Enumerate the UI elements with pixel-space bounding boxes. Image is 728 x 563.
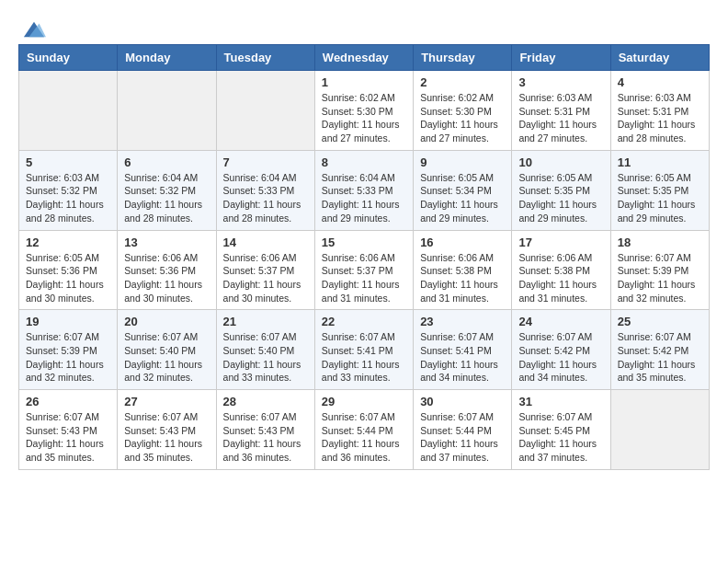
day-info: Sunrise: 6:07 AMSunset: 5:39 PMDaylight:…	[618, 251, 702, 305]
calendar-cell	[610, 390, 709, 470]
weekday-header-thursday: Thursday	[414, 45, 512, 71]
day-number: 2	[420, 75, 505, 89]
day-number: 19	[26, 315, 110, 328]
day-number: 13	[124, 236, 209, 249]
day-number: 10	[518, 155, 603, 169]
day-info: Sunrise: 6:06 AMSunset: 5:37 PMDaylight:…	[322, 251, 406, 305]
day-info: Sunrise: 6:07 AMSunset: 5:45 PMDaylight:…	[518, 410, 603, 465]
day-info: Sunrise: 6:07 AMSunset: 5:39 PMDaylight:…	[26, 330, 110, 385]
calendar-cell: 5Sunrise: 6:03 AMSunset: 5:32 PMDaylight…	[19, 150, 118, 230]
day-info: Sunrise: 6:02 AMSunset: 5:30 PMDaylight:…	[322, 91, 406, 145]
calendar-cell: 28Sunrise: 6:07 AMSunset: 5:43 PMDayligh…	[216, 390, 314, 470]
day-number: 5	[26, 155, 110, 169]
day-number: 20	[124, 315, 209, 328]
calendar-cell: 29Sunrise: 6:07 AMSunset: 5:44 PMDayligh…	[314, 390, 413, 470]
day-number: 26	[26, 395, 110, 408]
day-info: Sunrise: 6:05 AMSunset: 5:35 PMDaylight:…	[618, 171, 702, 225]
calendar-cell: 3Sunrise: 6:03 AMSunset: 5:31 PMDaylight…	[512, 71, 610, 151]
day-number: 3	[518, 75, 603, 89]
calendar-cell	[19, 71, 118, 151]
weekday-header-wednesday: Wednesday	[314, 45, 413, 71]
day-info: Sunrise: 6:07 AMSunset: 5:41 PMDaylight:…	[420, 330, 505, 385]
calendar-cell: 18Sunrise: 6:07 AMSunset: 5:39 PMDayligh…	[610, 230, 709, 310]
calendar-week-row: 5Sunrise: 6:03 AMSunset: 5:32 PMDaylight…	[19, 150, 710, 230]
day-info: Sunrise: 6:05 AMSunset: 5:35 PMDaylight:…	[518, 171, 603, 225]
page-header	[18, 18, 710, 33]
calendar-cell: 14Sunrise: 6:06 AMSunset: 5:37 PMDayligh…	[216, 230, 314, 310]
day-number: 1	[322, 75, 406, 89]
calendar-cell: 6Sunrise: 6:04 AMSunset: 5:32 PMDaylight…	[118, 150, 216, 230]
calendar-cell: 21Sunrise: 6:07 AMSunset: 5:40 PMDayligh…	[216, 310, 314, 390]
calendar-cell: 2Sunrise: 6:02 AMSunset: 5:30 PMDaylight…	[414, 71, 512, 151]
calendar-cell: 24Sunrise: 6:07 AMSunset: 5:42 PMDayligh…	[512, 310, 610, 390]
day-number: 31	[518, 395, 603, 408]
day-number: 15	[322, 236, 406, 249]
calendar-cell: 15Sunrise: 6:06 AMSunset: 5:37 PMDayligh…	[314, 230, 413, 310]
day-number: 17	[518, 236, 603, 249]
day-info: Sunrise: 6:07 AMSunset: 5:43 PMDaylight:…	[223, 410, 308, 465]
calendar-cell: 7Sunrise: 6:04 AMSunset: 5:33 PMDaylight…	[216, 150, 314, 230]
calendar-cell: 4Sunrise: 6:03 AMSunset: 5:31 PMDaylight…	[610, 71, 709, 151]
calendar-week-row: 19Sunrise: 6:07 AMSunset: 5:39 PMDayligh…	[19, 310, 710, 390]
weekday-header-friday: Friday	[512, 45, 610, 71]
logo	[18, 18, 48, 33]
day-info: Sunrise: 6:07 AMSunset: 5:43 PMDaylight:…	[124, 410, 209, 465]
day-info: Sunrise: 6:04 AMSunset: 5:33 PMDaylight:…	[223, 171, 308, 225]
day-number: 14	[223, 236, 308, 249]
calendar-cell: 22Sunrise: 6:07 AMSunset: 5:41 PMDayligh…	[314, 310, 413, 390]
calendar-cell: 16Sunrise: 6:06 AMSunset: 5:38 PMDayligh…	[414, 230, 512, 310]
calendar-cell: 13Sunrise: 6:06 AMSunset: 5:36 PMDayligh…	[118, 230, 216, 310]
calendar-cell: 26Sunrise: 6:07 AMSunset: 5:43 PMDayligh…	[19, 390, 118, 470]
calendar-cell: 31Sunrise: 6:07 AMSunset: 5:45 PMDayligh…	[512, 390, 610, 470]
day-info: Sunrise: 6:04 AMSunset: 5:32 PMDaylight:…	[124, 171, 209, 225]
weekday-header-saturday: Saturday	[610, 45, 709, 71]
calendar-cell	[216, 71, 314, 151]
day-info: Sunrise: 6:07 AMSunset: 5:42 PMDaylight:…	[518, 330, 603, 385]
day-info: Sunrise: 6:03 AMSunset: 5:31 PMDaylight:…	[618, 91, 702, 145]
calendar-table: SundayMondayTuesdayWednesdayThursdayFrid…	[18, 44, 710, 470]
day-number: 18	[618, 236, 702, 249]
calendar-cell: 23Sunrise: 6:07 AMSunset: 5:41 PMDayligh…	[414, 310, 512, 390]
weekday-header-tuesday: Tuesday	[216, 45, 314, 71]
day-number: 7	[223, 155, 308, 169]
calendar-cell: 11Sunrise: 6:05 AMSunset: 5:35 PMDayligh…	[610, 150, 709, 230]
calendar-week-row: 1Sunrise: 6:02 AMSunset: 5:30 PMDaylight…	[19, 71, 710, 151]
day-number: 28	[223, 395, 308, 408]
day-number: 4	[618, 75, 702, 89]
day-info: Sunrise: 6:04 AMSunset: 5:33 PMDaylight:…	[322, 171, 406, 225]
weekday-header-row: SundayMondayTuesdayWednesdayThursdayFrid…	[19, 45, 710, 71]
logo-icon	[20, 18, 48, 40]
calendar-cell: 17Sunrise: 6:06 AMSunset: 5:38 PMDayligh…	[512, 230, 610, 310]
day-info: Sunrise: 6:06 AMSunset: 5:37 PMDaylight:…	[223, 251, 308, 305]
calendar-cell	[118, 71, 216, 151]
calendar-cell: 27Sunrise: 6:07 AMSunset: 5:43 PMDayligh…	[118, 390, 216, 470]
weekday-header-sunday: Sunday	[19, 45, 118, 71]
calendar-cell: 19Sunrise: 6:07 AMSunset: 5:39 PMDayligh…	[19, 310, 118, 390]
day-info: Sunrise: 6:06 AMSunset: 5:38 PMDaylight:…	[420, 251, 505, 305]
day-info: Sunrise: 6:05 AMSunset: 5:36 PMDaylight:…	[26, 251, 110, 305]
day-info: Sunrise: 6:03 AMSunset: 5:32 PMDaylight:…	[26, 171, 110, 225]
day-info: Sunrise: 6:07 AMSunset: 5:44 PMDaylight:…	[420, 410, 505, 465]
day-info: Sunrise: 6:06 AMSunset: 5:38 PMDaylight:…	[518, 251, 603, 305]
day-number: 9	[420, 155, 505, 169]
day-info: Sunrise: 6:07 AMSunset: 5:43 PMDaylight:…	[26, 410, 110, 465]
day-info: Sunrise: 6:07 AMSunset: 5:44 PMDaylight:…	[322, 410, 406, 465]
calendar-cell: 30Sunrise: 6:07 AMSunset: 5:44 PMDayligh…	[414, 390, 512, 470]
day-info: Sunrise: 6:07 AMSunset: 5:42 PMDaylight:…	[618, 330, 702, 385]
day-info: Sunrise: 6:05 AMSunset: 5:34 PMDaylight:…	[420, 171, 505, 225]
day-number: 29	[322, 395, 406, 408]
calendar-cell: 10Sunrise: 6:05 AMSunset: 5:35 PMDayligh…	[512, 150, 610, 230]
day-number: 11	[618, 155, 702, 169]
day-number: 8	[322, 155, 406, 169]
calendar-week-row: 26Sunrise: 6:07 AMSunset: 5:43 PMDayligh…	[19, 390, 710, 470]
day-number: 22	[322, 315, 406, 328]
day-number: 21	[223, 315, 308, 328]
day-info: Sunrise: 6:02 AMSunset: 5:30 PMDaylight:…	[420, 91, 505, 145]
day-number: 25	[618, 315, 702, 328]
calendar-cell: 9Sunrise: 6:05 AMSunset: 5:34 PMDaylight…	[414, 150, 512, 230]
weekday-header-monday: Monday	[118, 45, 216, 71]
calendar-cell: 25Sunrise: 6:07 AMSunset: 5:42 PMDayligh…	[610, 310, 709, 390]
calendar-week-row: 12Sunrise: 6:05 AMSunset: 5:36 PMDayligh…	[19, 230, 710, 310]
day-info: Sunrise: 6:06 AMSunset: 5:36 PMDaylight:…	[124, 251, 209, 305]
day-info: Sunrise: 6:07 AMSunset: 5:40 PMDaylight:…	[223, 330, 308, 385]
